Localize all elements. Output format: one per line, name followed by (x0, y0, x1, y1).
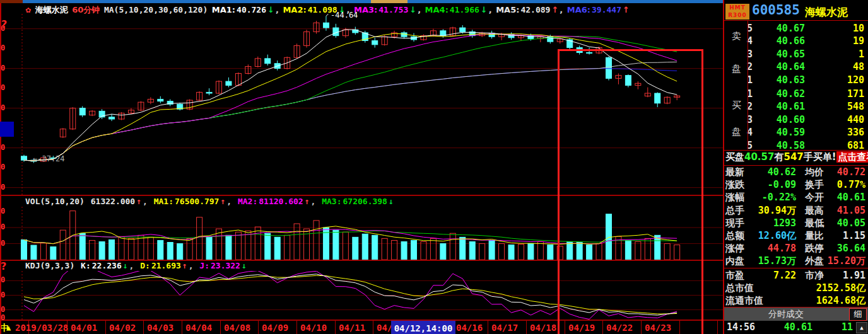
volume: 19 (805, 35, 864, 48)
down-arrow-icon: ↓ (242, 261, 247, 270)
stat-label: 跌停 (805, 243, 824, 255)
chart-period-label[interactable]: 60分钟 (72, 5, 100, 14)
stat-value: 40.61 (825, 192, 865, 203)
axis-label-fragment: 0 (1, 183, 5, 192)
buy-side-label: 买 (732, 100, 741, 112)
date-label: 04/17 (491, 323, 518, 333)
alert-text: 547 (783, 151, 803, 163)
volume: 440 (805, 114, 864, 127)
stock-code[interactable]: 600585 (752, 3, 800, 18)
date-label: 04/01 (71, 323, 97, 333)
stat-label: 内盘 (725, 255, 744, 267)
up-arrow-icon: ↑ (623, 5, 630, 14)
volume: 171 (805, 88, 864, 101)
sell-side-label: 卖 (732, 30, 741, 42)
down-arrow-icon: ↓ (123, 261, 128, 270)
index-membership-badge: HMT R300 (725, 4, 749, 20)
stat-value: 41.05 (825, 205, 865, 216)
bid-level-3[interactable]: 340.60440 (747, 114, 867, 127)
date-label: 04/09 (262, 323, 288, 333)
stat-label: 换手 (805, 179, 824, 191)
stats-row: 涨跌-0.09换手0.77% (724, 179, 868, 192)
stat-value: 40.05 (825, 217, 865, 229)
ask-level-1[interactable]: 140.63120 (747, 74, 867, 87)
volume: 548 (805, 101, 864, 113)
price: 40.58 (761, 140, 805, 153)
tab-detail-button[interactable]: 细 (849, 308, 867, 321)
tick-volume: 11 (825, 321, 853, 333)
alert-text: 有 (774, 151, 783, 163)
price: 40.66 (761, 35, 805, 48)
up-arrow-icon: ↑ (182, 261, 187, 270)
axis-tick (373, 321, 373, 334)
corner-triangle-icon[interactable]: ▲ (6, 323, 11, 332)
axis-label-fragment: 0 (1, 239, 5, 248)
axis-label-fragment: 0 (1, 207, 5, 216)
stat-value: 44.78 (749, 243, 796, 254)
help-question-icon[interactable]: ? (1, 18, 7, 30)
main-indicator-header: ✿ 海螺水泥 60分钟 MA(5,10,20,30,60,120) MA1:40… (0, 4, 748, 14)
up-arrow-icon: ↑ (551, 5, 558, 14)
axis-label-fragment: 0 (1, 313, 5, 322)
bid-level-1[interactable]: 140.62171 (747, 88, 867, 101)
kdj-readout: K:22.236↓, D:21.693↑, J:23.322↓ (81, 261, 248, 270)
stats-row: 涨幅-0.22%今开40.61 (724, 192, 868, 204)
stat-value: 40.62 (749, 166, 796, 178)
ask-level-5[interactable]: 540.6710 (747, 23, 867, 35)
date-label: 04/18 (530, 323, 556, 333)
axis-label-fragment: 0 (1, 83, 5, 92)
axis-label-fragment: 0 (1, 163, 5, 171)
axis-tick (258, 321, 259, 334)
stock-name[interactable]: 海螺水泥 (805, 5, 848, 20)
bid-level-2[interactable]: 240.61548 (747, 101, 867, 113)
chart-stock-name: 海螺水泥 (35, 5, 68, 14)
down-arrow-icon: ↓ (267, 5, 274, 14)
indicator-label: J: (199, 261, 209, 270)
bid-level-4[interactable]: 440.59336 (747, 127, 867, 139)
down-arrow-icon: ↓ (409, 5, 416, 14)
separator: , (489, 5, 495, 14)
date-label: 04/02 (109, 323, 136, 333)
stat-label: 外盘 (805, 255, 824, 267)
indicator-label: MA1: (154, 197, 173, 206)
indicator-label: MA1: (212, 5, 235, 14)
low-price-annotation: ←-37.24 (33, 154, 65, 163)
mini-chart-icon[interactable]: ▲ (856, 322, 867, 333)
indicator-label: MA3: (322, 197, 341, 206)
vol-readout: 61322.000↑, MA1:76500.797↑, MA2:81120.60… (91, 197, 395, 206)
stat-value: -0.09 (749, 179, 796, 190)
indicator-value: 40.726 (237, 5, 266, 14)
stat-value: 1.15 (825, 230, 865, 241)
price: 40.59 (761, 127, 805, 139)
separator: , (311, 197, 321, 206)
badge-line1: HMT (725, 4, 749, 11)
separator: , (226, 197, 237, 206)
chart-area: ? ? ✿ 海螺水泥 60分钟 MA(5,10,20,30,60,120) MA… (0, 3, 724, 334)
stat-value: 1293 (749, 217, 796, 229)
stats-row: 最新40.62均价40.72 (724, 166, 868, 179)
stat-value: 1624.68亿 (787, 295, 865, 307)
stat-value: 30.94万 (749, 205, 796, 217)
ask-level-2[interactable]: 240.6448 (747, 61, 867, 74)
stat-label: 市盈 (725, 270, 744, 282)
help-question-icon-lower[interactable]: ? (1, 260, 6, 272)
indicator-value: 41.753 (378, 5, 408, 14)
volume: 1 (805, 49, 864, 61)
left-axis-selection-box (0, 122, 14, 137)
level-number: 1 (747, 74, 761, 87)
volume: 681 (805, 140, 864, 153)
big-order-alert: 买盘40.57有547手买单!点击查看 (725, 151, 868, 164)
view-details-button[interactable]: 点击查看 (836, 151, 868, 163)
axis-label-fragment: 0 (1, 143, 5, 152)
trading-terminal-window: ? ? ✿ 海螺水泥 60分钟 MA(5,10,20,30,60,120) MA… (0, 0, 868, 334)
ask-level-4[interactable]: 440.6619 (747, 35, 867, 48)
price: 40.64 (761, 61, 805, 74)
ask-level-3[interactable]: 340.651 (747, 49, 867, 61)
level-number: 3 (747, 114, 761, 127)
indicator-label: D: (140, 261, 150, 270)
tab-timesales[interactable]: 分时成交 (724, 308, 848, 321)
bid-level-5[interactable]: 540.58681 (747, 140, 867, 153)
separator: , (129, 261, 139, 270)
last-tick-row: 14:56 40.61 11 ▲ (724, 321, 868, 334)
stat-label: 涨幅 (725, 192, 744, 204)
